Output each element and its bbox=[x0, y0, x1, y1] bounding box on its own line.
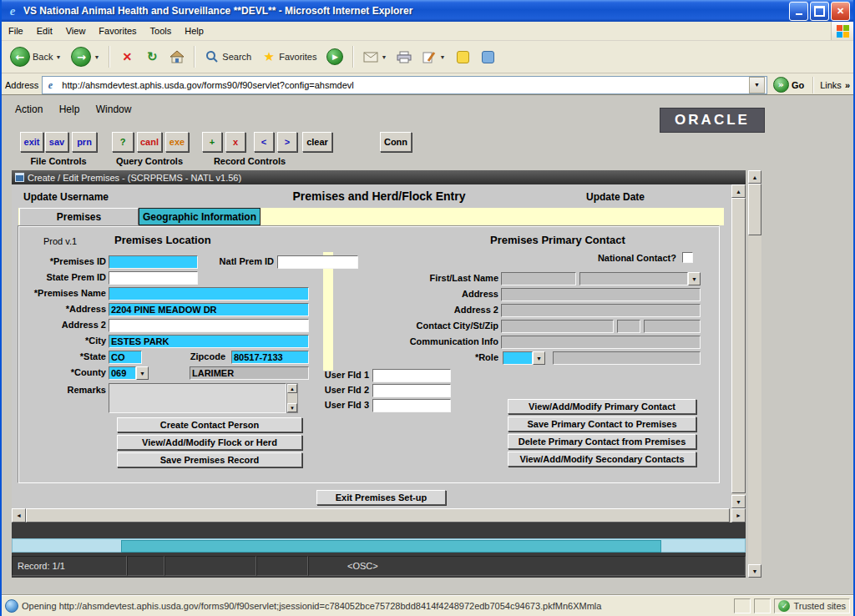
scroll-up-icon[interactable]: ▲ bbox=[731, 184, 746, 198]
discuss-button[interactable] bbox=[477, 48, 498, 66]
remarks-textarea[interactable] bbox=[109, 383, 286, 413]
last-name-dropdown-button[interactable]: ▼ bbox=[688, 272, 701, 285]
premises-address2-input[interactable] bbox=[109, 319, 309, 332]
save-button[interactable]: sav bbox=[45, 132, 68, 152]
role-dropdown-button[interactable]: ▼ bbox=[533, 351, 545, 365]
next-record-button[interactable]: > bbox=[277, 132, 297, 152]
print-button[interactable] bbox=[393, 48, 415, 66]
premises-id-input[interactable] bbox=[109, 255, 198, 269]
clear-record-button[interactable]: clear bbox=[302, 132, 332, 152]
applet-menu-action[interactable]: Action bbox=[15, 104, 43, 115]
delete-record-button[interactable]: x bbox=[225, 132, 245, 152]
tab-geographic-information[interactable]: Geographic Information bbox=[139, 208, 261, 225]
role-display-field[interactable] bbox=[553, 351, 701, 365]
forward-dropdown-icon[interactable]: ▼ bbox=[94, 54, 99, 60]
last-name-field[interactable] bbox=[579, 272, 688, 285]
edit-dropdown-icon[interactable]: ▼ bbox=[439, 54, 445, 60]
tab-premises[interactable]: Premises bbox=[19, 208, 139, 225]
county-dropdown-button[interactable]: ▼ bbox=[136, 366, 149, 380]
scroll-down-icon[interactable]: ▼ bbox=[731, 495, 746, 508]
mail-button[interactable]: ▼ bbox=[360, 48, 390, 66]
menu-favorites[interactable]: Favorites bbox=[92, 23, 143, 38]
stop-button[interactable]: ✕ bbox=[116, 48, 138, 66]
cancel-query-button[interactable]: canl bbox=[137, 132, 162, 152]
applet-vertical-scrollbar[interactable]: ▲ ▼ bbox=[748, 170, 761, 578]
user-fld3-input[interactable] bbox=[372, 399, 451, 412]
contact-city-field[interactable] bbox=[501, 320, 614, 333]
zipcode-input[interactable] bbox=[231, 351, 309, 364]
minimize-button[interactable] bbox=[789, 2, 808, 21]
search-button[interactable]: Search bbox=[201, 48, 255, 66]
forward-button[interactable]: → ▼ bbox=[68, 45, 103, 68]
links-chevron-icon[interactable]: » bbox=[845, 80, 850, 90]
menu-file[interactable]: File bbox=[2, 23, 30, 38]
user-fld2-input[interactable] bbox=[372, 384, 451, 397]
query-help-button[interactable]: ? bbox=[112, 132, 134, 152]
menu-help[interactable]: Help bbox=[178, 23, 210, 38]
messenger-button[interactable] bbox=[452, 48, 473, 66]
state-prem-id-input[interactable] bbox=[109, 271, 198, 285]
scroll-up-icon[interactable]: ▲ bbox=[748, 170, 761, 184]
back-button[interactable]: ← Back ▼ bbox=[7, 45, 64, 68]
contact-zip-field[interactable] bbox=[644, 320, 701, 333]
scrollbar-thumb[interactable] bbox=[748, 184, 761, 235]
mdi-horizontal-scrollbar[interactable] bbox=[12, 538, 746, 553]
scroll-right-icon[interactable]: ► bbox=[731, 508, 746, 523]
close-button[interactable]: ✕ bbox=[831, 2, 850, 21]
menu-edit[interactable]: Edit bbox=[30, 23, 59, 38]
insert-record-button[interactable]: + bbox=[202, 132, 222, 152]
role-input[interactable] bbox=[503, 351, 533, 365]
previous-record-button[interactable]: < bbox=[254, 132, 274, 152]
address-dropdown-button[interactable]: ▼ bbox=[749, 77, 765, 93]
save-primary-contact-button[interactable]: Save Primary Contact to Premises bbox=[508, 417, 696, 432]
print-form-button[interactable]: prn bbox=[72, 132, 97, 152]
save-premises-record-button[interactable]: Save Premises Record bbox=[117, 452, 302, 467]
scroll-left-icon[interactable]: ◄ bbox=[12, 508, 26, 523]
menu-view[interactable]: View bbox=[59, 23, 93, 38]
scroll-down-icon[interactable]: ▼ bbox=[748, 564, 761, 578]
natl-prem-id-input[interactable] bbox=[277, 255, 358, 269]
delete-primary-contact-button[interactable]: Delete Primary Contact from Premises bbox=[508, 434, 696, 449]
execute-query-button[interactable]: exe bbox=[165, 132, 189, 152]
contact-address2-field[interactable] bbox=[501, 304, 701, 317]
county-input[interactable] bbox=[109, 366, 136, 380]
contact-address-field[interactable] bbox=[501, 288, 701, 301]
favorites-button[interactable]: ★ Favorites bbox=[258, 48, 320, 66]
user-fld1-input[interactable] bbox=[372, 369, 451, 382]
form-window-titlebar[interactable]: Create / Edit Premises - (SCRPREMS - NAT… bbox=[12, 170, 746, 184]
exit-button[interactable]: exit bbox=[20, 132, 43, 152]
premises-name-input[interactable] bbox=[109, 287, 309, 300]
home-button[interactable] bbox=[166, 48, 188, 66]
communication-info-field[interactable] bbox=[501, 336, 701, 349]
applet-menu-window[interactable]: Window bbox=[96, 104, 132, 115]
maximize-button[interactable] bbox=[810, 2, 829, 21]
scrollbar-thumb[interactable] bbox=[121, 540, 661, 553]
premises-address-input[interactable] bbox=[109, 303, 309, 316]
state-input[interactable] bbox=[109, 351, 142, 364]
media-button[interactable]: ▶ bbox=[323, 47, 347, 67]
first-name-field[interactable] bbox=[501, 272, 576, 285]
menu-tools[interactable]: Tools bbox=[144, 23, 179, 38]
city-input[interactable] bbox=[109, 335, 309, 348]
view-add-modify-secondary-contacts-button[interactable]: View/Add/Modify Secondary Contacts bbox=[508, 452, 696, 467]
address-input[interactable] bbox=[62, 80, 746, 90]
remarks-scrollbar[interactable]: ▲ ▼ bbox=[286, 383, 298, 413]
national-contact-checkbox[interactable] bbox=[682, 252, 693, 263]
applet-menu-help[interactable]: Help bbox=[59, 104, 80, 115]
scrollbar-thumb[interactable] bbox=[731, 198, 746, 493]
edit-button[interactable]: ▼ bbox=[418, 48, 448, 66]
links-label[interactable]: Links bbox=[820, 80, 842, 90]
conn-button[interactable]: Conn bbox=[380, 132, 412, 152]
view-add-modify-primary-contact-button[interactable]: View/Add/Modify Primary Contact bbox=[508, 399, 696, 414]
contact-state-field[interactable] bbox=[617, 320, 640, 333]
view-add-modify-flock-button[interactable]: View/Add/Modify Flock or Herd bbox=[117, 435, 302, 450]
scrollbar-thumb[interactable] bbox=[26, 508, 730, 523]
canvas-vertical-scrollbar[interactable]: ▲ ▼ bbox=[731, 184, 746, 508]
mail-dropdown-icon[interactable]: ▼ bbox=[381, 54, 387, 60]
scroll-down-icon[interactable]: ▼ bbox=[287, 403, 297, 412]
refresh-button[interactable]: ↻ bbox=[141, 48, 163, 66]
back-dropdown-icon[interactable]: ▼ bbox=[55, 54, 61, 60]
go-button[interactable]: » Go bbox=[771, 76, 807, 93]
scroll-up-icon[interactable]: ▲ bbox=[287, 384, 297, 393]
create-contact-person-button[interactable]: Create Contact Person bbox=[117, 417, 302, 432]
